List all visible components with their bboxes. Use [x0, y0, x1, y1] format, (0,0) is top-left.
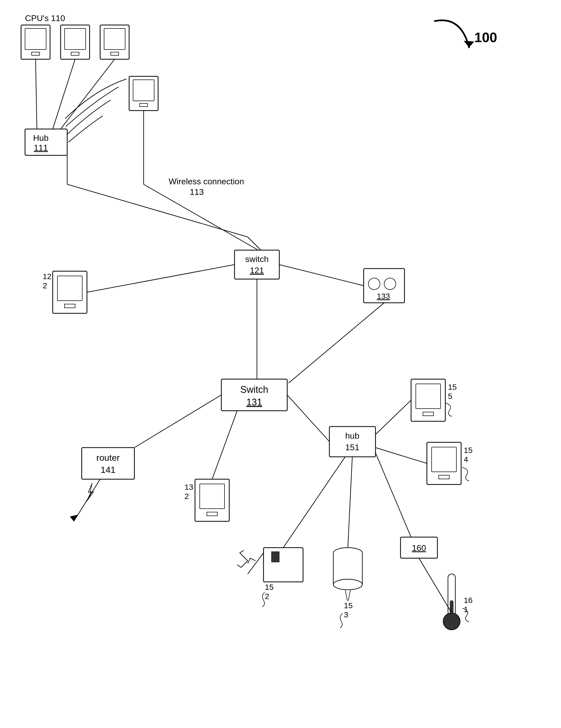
router-141: router 141 — [82, 448, 134, 479]
node-133-id: 133 — [377, 292, 390, 300]
svg-line-14 — [36, 59, 37, 129]
node-153-id: 15 — [344, 601, 353, 610]
svg-rect-25 — [65, 304, 75, 308]
hub-111-label: Hub — [33, 133, 49, 143]
svg-line-33 — [289, 303, 384, 383]
node-155: 15 5 — [411, 379, 457, 421]
hub-151-label: hub — [345, 431, 359, 440]
svg-rect-8 — [104, 28, 125, 49]
ref-100-label: 100 — [474, 30, 497, 45]
svg-rect-46 — [423, 412, 434, 416]
svg-rect-45 — [416, 384, 441, 409]
node-161-id: 16 — [464, 596, 473, 605]
hub-111-id: 111 — [34, 143, 48, 152]
svg-marker-60 — [345, 590, 351, 600]
cpu-box-2 — [61, 25, 90, 59]
svg-line-63 — [376, 453, 411, 537]
svg-line-47 — [376, 400, 411, 434]
node-122-id: 12 — [43, 272, 51, 281]
reference-arrow-100: 100 — [435, 20, 497, 47]
hub-151: hub 151 — [330, 427, 376, 457]
switch-131-label: Switch — [240, 384, 268, 395]
svg-line-16 — [61, 59, 115, 129]
node-133: 133 — [364, 269, 405, 303]
svg-line-39 — [287, 395, 330, 442]
svg-rect-12 — [140, 103, 147, 107]
svg-line-51 — [376, 448, 427, 463]
node-153-id2: 3 — [344, 610, 348, 619]
svg-rect-50 — [439, 475, 449, 479]
switch-121-id: 121 — [250, 266, 264, 275]
node-122: 12 2 — [43, 271, 87, 313]
cpu-box-1 — [21, 25, 50, 59]
cpus-label: CPU's 110 — [25, 13, 65, 23]
svg-point-59 — [333, 579, 362, 590]
svg-line-30 — [279, 265, 364, 286]
svg-point-29 — [384, 278, 396, 290]
switch-131: Switch 131 — [221, 379, 287, 411]
svg-rect-24 — [57, 276, 82, 301]
svg-line-67 — [419, 558, 452, 613]
svg-rect-42 — [207, 512, 217, 516]
svg-rect-6 — [71, 52, 79, 55]
node-152-id2: 2 — [265, 592, 269, 601]
svg-rect-49 — [432, 447, 456, 472]
svg-rect-41 — [200, 484, 224, 509]
node-160: 160 — [401, 537, 437, 558]
switch-121: switch 121 — [234, 250, 279, 279]
wireless-device — [129, 76, 158, 111]
svg-rect-11 — [133, 80, 154, 101]
svg-rect-5 — [65, 28, 86, 49]
node-132-id2: 2 — [184, 492, 189, 501]
hub-111: Hub 111 — [25, 129, 67, 155]
svg-rect-2 — [25, 28, 46, 49]
svg-rect-3 — [32, 52, 40, 55]
svg-marker-0 — [464, 41, 474, 47]
node-155-id: 15 — [448, 383, 457, 391]
node-132: 13 2 — [184, 479, 229, 521]
node-161: 16 1 — [443, 574, 473, 630]
svg-line-15 — [53, 59, 75, 129]
router-external-arrow — [70, 479, 100, 521]
node-152-id: 15 — [265, 583, 273, 591]
wireless-connection-label: Wireless connection — [169, 177, 244, 186]
svg-line-54 — [283, 457, 345, 548]
node-154-id: 15 — [464, 446, 473, 454]
wireless-connection-id: 113 — [190, 187, 204, 197]
node-122-id2: 2 — [43, 281, 47, 290]
node-153: 15 3 — [333, 548, 362, 628]
hub-151-id: 151 — [345, 443, 359, 452]
node-160-id: 160 — [412, 543, 426, 553]
switch-131-id: 131 — [246, 397, 262, 408]
node-132-id: 13 — [184, 483, 193, 491]
svg-rect-9 — [111, 52, 119, 55]
switch-121-label: switch — [245, 254, 269, 264]
cpu-box-3 — [100, 25, 129, 59]
svg-rect-52 — [263, 548, 303, 582]
router-141-label: router — [96, 453, 120, 463]
node-154-id2: 4 — [464, 455, 468, 464]
svg-marker-37 — [70, 515, 78, 521]
svg-rect-53 — [271, 552, 279, 562]
svg-line-43 — [212, 411, 237, 479]
svg-line-35 — [134, 395, 221, 448]
router-141-id: 141 — [101, 465, 116, 475]
svg-point-28 — [368, 278, 380, 290]
svg-line-26 — [87, 265, 234, 292]
node-155-id2: 5 — [448, 392, 453, 400]
node-152: 15 2 — [237, 548, 303, 607]
svg-line-61 — [348, 457, 352, 548]
